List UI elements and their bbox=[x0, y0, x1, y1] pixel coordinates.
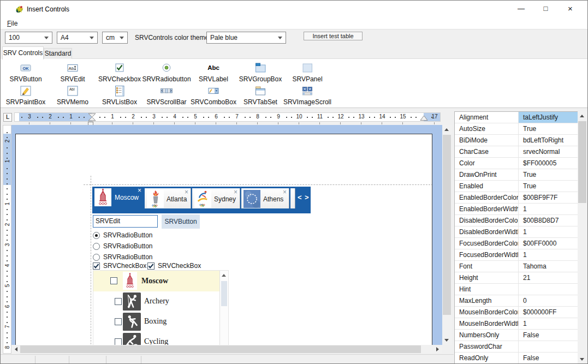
button-icon: OK bbox=[19, 61, 32, 75]
property-row[interactable]: NumbersOnlyFalse bbox=[455, 330, 578, 341]
srvedit-control[interactable]: SRVEdit bbox=[93, 215, 158, 228]
checkbox-unchecked-icon[interactable] bbox=[115, 338, 122, 345]
olympic-tab-atlanta[interactable]: Atlanta × bbox=[145, 188, 191, 208]
close-button[interactable]: × bbox=[558, 1, 583, 17]
checkbox-checked-icon[interactable] bbox=[93, 262, 100, 270]
indent-marker-icon[interactable] bbox=[87, 113, 97, 121]
scrollbar-thumb[interactable] bbox=[578, 121, 586, 203]
checkbox-unchecked-icon[interactable] bbox=[115, 298, 122, 305]
property-row[interactable]: Height21 bbox=[455, 272, 578, 284]
property-row[interactable]: DisabledBorderWidth1 bbox=[455, 226, 578, 238]
property-row[interactable]: FontTahoma bbox=[455, 261, 578, 272]
property-row[interactable]: EnabledBorderColor$00BF9F7F bbox=[455, 192, 578, 204]
scrollbar-thumb[interactable] bbox=[221, 281, 227, 306]
zoom-combobox[interactable]: 100 bbox=[5, 32, 52, 44]
minimize-button[interactable]: — bbox=[509, 1, 533, 17]
palette-item-srvmemo[interactable]: AbI SRVMemo bbox=[49, 83, 96, 106]
list-item-boxing[interactable]: Boxing bbox=[93, 312, 221, 332]
scroll-up-icon[interactable] bbox=[580, 115, 584, 117]
scroll-down-icon[interactable] bbox=[444, 339, 449, 342]
palette-item-srvpanel[interactable]: SRVPanel bbox=[284, 61, 331, 83]
property-row[interactable]: BiDiModebdLeftToRight bbox=[455, 135, 578, 146]
olympic-tab-sydney[interactable]: Sydney × bbox=[192, 188, 240, 208]
property-row[interactable]: DisabledBorderColor$00B8D8D7 bbox=[455, 215, 578, 226]
palette-item-srvedit[interactable]: Ab SRVEdit bbox=[49, 61, 96, 83]
palette-item-srvlistbox[interactable]: SRVListBox bbox=[96, 83, 143, 106]
property-row[interactable]: MouseInBorderWidth1 bbox=[455, 318, 578, 330]
scrollbar-thumb[interactable] bbox=[20, 345, 421, 353]
paper-size-combobox[interactable]: A4 bbox=[57, 32, 98, 44]
property-row[interactable]: DrawOnPrintTrue bbox=[455, 169, 578, 181]
palette-item-srvscrollbar[interactable]: SRVScrollBar bbox=[143, 83, 190, 106]
property-row[interactable]: FocusedBorderColor$00FF0000 bbox=[455, 238, 578, 249]
tab-srv-controls[interactable]: SRV Controls bbox=[2, 46, 44, 59]
palette-item-srvlabel[interactable]: Abc SRVLabel bbox=[190, 61, 237, 83]
property-row[interactable]: MaxLength0 bbox=[455, 295, 578, 307]
document-canvas[interactable]: Moscow × Atlanta bbox=[11, 125, 442, 345]
scroll-right-icon[interactable] bbox=[436, 347, 439, 351]
palette-item-srvradiobutton[interactable]: SRVRadiobutton bbox=[143, 61, 190, 83]
olympic-tab-moscow[interactable]: Moscow × bbox=[93, 187, 144, 208]
srvcheckbox-control[interactable]: SRVCheckBox bbox=[147, 261, 201, 270]
insert-test-table-button[interactable]: Insert test table bbox=[304, 32, 363, 40]
tab-scroll-left-icon[interactable]: < bbox=[298, 193, 302, 201]
tab-close-icon[interactable]: × bbox=[138, 187, 141, 194]
checkbox-unchecked-icon[interactable] bbox=[115, 318, 122, 325]
olympic-tab-athens[interactable]: Athens × bbox=[241, 188, 289, 208]
palette-item-srvgroupbox[interactable]: SRVGroupBox bbox=[237, 61, 284, 83]
scroll-up-icon[interactable] bbox=[222, 274, 226, 277]
radio-on-icon[interactable] bbox=[93, 232, 100, 239]
tab-stop-selector[interactable]: L bbox=[3, 113, 12, 122]
units-combobox[interactable]: cm bbox=[102, 32, 128, 44]
checkbox-unchecked-icon[interactable] bbox=[110, 277, 117, 284]
property-row[interactable]: EnabledTrue bbox=[455, 181, 578, 192]
property-row[interactable]: AlignmenttaLeftJustify bbox=[455, 112, 578, 123]
tab-close-icon[interactable]: × bbox=[283, 189, 287, 195]
menu-file[interactable]: File bbox=[5, 19, 19, 28]
checkbox-checked-icon[interactable] bbox=[147, 262, 155, 270]
maximize-button[interactable]: □ bbox=[533, 1, 558, 17]
list-item-archery[interactable]: Archery bbox=[93, 291, 221, 312]
property-grid-scrollbar[interactable] bbox=[578, 111, 587, 364]
srvradiobutton-control[interactable]: SRVRadioButton bbox=[93, 253, 153, 261]
property-row[interactable]: EnabledBorderWidth1 bbox=[455, 204, 578, 215]
property-value: False bbox=[519, 330, 578, 341]
property-row[interactable]: MouseInBorderColor$000000FF bbox=[455, 307, 578, 318]
srvradiobutton-control[interactable]: SRVRadioButton bbox=[93, 242, 153, 250]
srvbutton-control[interactable]: SRVButton bbox=[162, 214, 200, 229]
palette-item-srvtabset[interactable]: SRVTabSet bbox=[237, 83, 284, 106]
palette-item-srvimagescroll[interactable]: SRVImageScroll bbox=[284, 83, 331, 106]
property-row[interactable]: PasswordChar bbox=[455, 341, 578, 353]
olympic-tab-partial[interactable] bbox=[290, 188, 295, 208]
scrollbar-thumb[interactable] bbox=[443, 135, 451, 315]
srvcheckbox-control[interactable]: SRVCheckBox bbox=[93, 261, 146, 270]
document-horizontal-scrollbar[interactable] bbox=[11, 345, 442, 354]
property-row[interactable]: CharCasesrvecNormal bbox=[455, 146, 578, 158]
list-item-cycling[interactable]: Cycling bbox=[93, 332, 221, 345]
tab-scroll-right-icon[interactable]: > bbox=[305, 193, 309, 201]
property-row[interactable]: Hint bbox=[455, 284, 578, 295]
property-row[interactable]: FocusedBorderWidth1 bbox=[455, 249, 578, 261]
color-theme-combobox[interactable]: Pale blue bbox=[206, 32, 286, 44]
palette-item-srvcombobox[interactable]: SRVComboBox bbox=[190, 83, 237, 106]
tab-close-icon[interactable]: × bbox=[185, 189, 188, 195]
property-row[interactable]: Color$FF000005 bbox=[455, 158, 578, 169]
scroll-left-icon[interactable] bbox=[15, 347, 17, 351]
list-group-header[interactable]: Moscow bbox=[93, 271, 221, 291]
scroll-up-icon[interactable] bbox=[444, 128, 449, 131]
property-row[interactable]: ReadOnlyFalse bbox=[455, 353, 578, 364]
scroll-down-icon[interactable] bbox=[580, 358, 584, 361]
palette-item-srvpaintbox[interactable]: SRVPaintBox bbox=[2, 83, 49, 106]
list-scrollbar[interactable] bbox=[219, 271, 228, 345]
radio-off-icon[interactable] bbox=[93, 254, 100, 261]
palette-item-srvcheckbox[interactable]: SRVCheckbox bbox=[96, 61, 143, 83]
radio-off-icon[interactable] bbox=[93, 243, 100, 250]
document-vertical-scrollbar[interactable] bbox=[442, 125, 452, 345]
palette-item-srvbutton[interactable]: OK SRVButton bbox=[2, 61, 49, 83]
tab-close-icon[interactable]: × bbox=[234, 189, 237, 195]
property-row[interactable]: AutoSizeTrue bbox=[455, 123, 578, 135]
tab-standard[interactable]: Standard bbox=[44, 48, 72, 59]
right-indent-marker-icon[interactable] bbox=[419, 113, 429, 121]
document-page[interactable]: Moscow × Atlanta bbox=[15, 134, 432, 345]
srvradiobutton-control[interactable]: SRVRadioButton bbox=[93, 231, 153, 240]
